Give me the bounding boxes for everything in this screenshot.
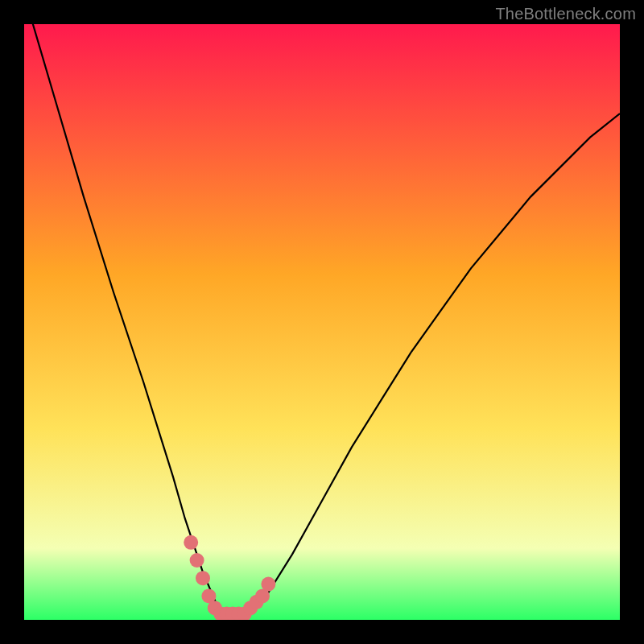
marker-dot	[184, 535, 198, 550]
outer-frame: TheBottleneck.com	[0, 0, 644, 644]
plot-area	[24, 24, 620, 620]
gradient-bg	[24, 24, 620, 620]
marker-dot	[261, 577, 275, 592]
watermark-text: TheBottleneck.com	[495, 5, 636, 23]
marker-dot	[196, 571, 210, 585]
marker-dot	[190, 553, 204, 568]
chart-svg	[24, 24, 620, 620]
